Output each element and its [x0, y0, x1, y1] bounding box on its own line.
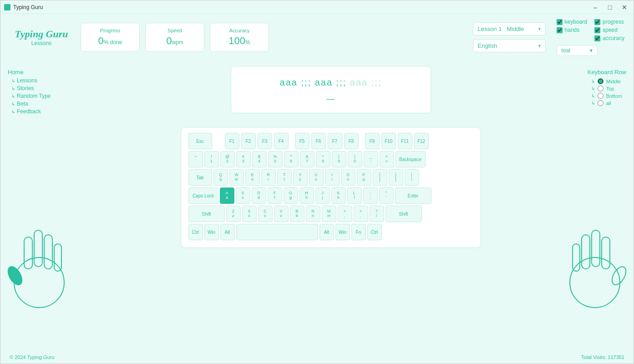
key-f6[interactable]: F6 — [311, 133, 326, 149]
key-1[interactable]: !1 — [204, 151, 219, 167]
key-u[interactable]: Uu — [309, 169, 324, 186]
key-0[interactable]: )0 — [348, 151, 362, 167]
cb-hands[interactable] — [557, 27, 563, 33]
key-win-left[interactable]: Win — [204, 224, 219, 240]
key-f2[interactable]: F2 — [241, 133, 256, 149]
key-o[interactable]: Oo — [341, 169, 355, 186]
key-ctrl-right[interactable]: Ctrl — [367, 224, 382, 240]
key-semicolon[interactable]: :; — [363, 187, 378, 204]
key-enter[interactable]: Enter — [395, 187, 431, 204]
key-f4[interactable]: F4 — [274, 133, 289, 149]
radio-top[interactable]: ↳ Top — [588, 86, 626, 91]
key-r[interactable]: Rr — [261, 169, 276, 186]
key-y[interactable]: Yy — [293, 169, 308, 186]
key-n[interactable]: Nn — [306, 206, 320, 222]
maximize-button[interactable]: □ — [604, 2, 615, 13]
key-2[interactable]: @2 — [220, 151, 235, 167]
key-c[interactable]: Cc — [258, 206, 273, 222]
key-f5[interactable]: F5 — [295, 133, 309, 149]
key-shift-left[interactable]: Shift — [188, 206, 225, 222]
cb-speed-row[interactable]: speed — [594, 27, 624, 33]
cb-progress[interactable] — [594, 19, 600, 25]
key-period[interactable]: >. — [354, 206, 368, 222]
key-v[interactable]: Vv — [274, 206, 289, 222]
key-backtick[interactable]: ~` — [188, 151, 203, 167]
radio-middle[interactable]: ↳ Middle — [588, 78, 626, 84]
sidebar-item-feedback[interactable]: ↳ Feedback — [8, 108, 51, 115]
key-f10[interactable]: F10 — [381, 133, 396, 149]
cb-accuracy-row[interactable]: accuracy — [594, 35, 624, 41]
key-f11[interactable]: F11 — [398, 133, 412, 149]
key-z[interactable]: Zz — [226, 206, 241, 222]
radio-top-input[interactable] — [598, 86, 604, 91]
key-equals[interactable]: += — [380, 151, 394, 167]
cb-keyboard-row[interactable]: keyboard — [557, 19, 587, 25]
color-dropdown[interactable]: teal ▾ — [557, 45, 598, 56]
key-b[interactable]: Bb — [290, 206, 304, 222]
sidebar-item-random-type[interactable]: ↳ Random Type — [8, 93, 51, 99]
key-g[interactable]: Gg — [284, 187, 298, 204]
key-f12[interactable]: F12 — [414, 133, 429, 149]
key-t[interactable]: Tt — [277, 169, 292, 186]
key-d[interactable]: Dd — [252, 187, 266, 204]
key-ctrl-left[interactable]: Ctrl — [188, 224, 203, 240]
radio-middle-input[interactable] — [598, 78, 604, 84]
key-q[interactable]: Qq — [213, 169, 228, 186]
key-backspace[interactable]: Backspace — [396, 151, 426, 167]
sidebar-item-beta[interactable]: ↳ Beta — [8, 101, 51, 107]
key-f9[interactable]: F9 — [365, 133, 380, 149]
cb-accuracy[interactable] — [594, 35, 600, 41]
key-minus[interactable]: _- — [364, 151, 378, 167]
key-rbracket[interactable]: }] — [389, 169, 403, 186]
radio-bottom[interactable]: ↳ Bottom — [588, 93, 626, 99]
cb-progress-row[interactable]: progress — [594, 19, 624, 25]
key-f[interactable]: Ff — [268, 187, 282, 204]
key-esc[interactable]: Esc — [188, 133, 212, 149]
cb-keyboard[interactable] — [557, 19, 563, 25]
key-slash[interactable]: ?/ — [370, 206, 384, 222]
key-3[interactable]: #3 — [236, 151, 251, 167]
sidebar-item-lessons[interactable]: ↳ Lessons — [8, 77, 51, 84]
key-p[interactable]: Pp — [357, 169, 371, 186]
key-shift-right[interactable]: Shift — [385, 206, 422, 222]
typing-area[interactable]: aaa ;;; aaa ;;; aaa ;;; — — [231, 66, 431, 113]
key-lbracket[interactable]: {[ — [373, 169, 387, 186]
key-l[interactable]: Ll — [347, 187, 362, 204]
key-9[interactable]: (9 — [332, 151, 346, 167]
close-button[interactable]: ✕ — [619, 2, 630, 13]
key-7[interactable]: &7 — [300, 151, 314, 167]
key-f8[interactable]: F8 — [344, 133, 359, 149]
radio-all-input[interactable] — [598, 100, 604, 106]
key-x[interactable]: Xx — [242, 206, 257, 222]
key-space[interactable] — [236, 224, 318, 240]
key-s[interactable]: Ss — [236, 187, 250, 204]
key-e[interactable]: Ee — [245, 169, 260, 186]
key-f1[interactable]: F1 — [225, 133, 239, 149]
key-backslash[interactable]: |\ — [405, 169, 419, 186]
minimize-button[interactable]: – — [590, 2, 601, 13]
key-f7[interactable]: F7 — [328, 133, 342, 149]
key-alt-right[interactable]: Alt — [320, 224, 334, 240]
cb-speed[interactable] — [594, 27, 600, 33]
key-h[interactable]: Hh — [299, 187, 314, 204]
key-5[interactable]: %5 — [268, 151, 283, 167]
key-alt-left[interactable]: Alt — [220, 224, 235, 240]
key-fn[interactable]: Fn — [351, 224, 366, 240]
key-m[interactable]: Mm — [322, 206, 336, 222]
radio-bottom-input[interactable] — [598, 93, 604, 99]
key-a[interactable]: Aa — [220, 187, 234, 204]
key-j[interactable]: Jj — [315, 187, 330, 204]
key-w[interactable]: Ww — [229, 169, 244, 186]
key-tab[interactable]: Tab — [188, 169, 212, 186]
language-dropdown[interactable]: English ▾ — [473, 39, 546, 52]
key-quote[interactable]: "' — [379, 187, 394, 204]
key-capslock[interactable]: Caps Lock — [188, 187, 218, 204]
key-i[interactable]: Ii — [325, 169, 340, 186]
sidebar-item-stories[interactable]: ↳ Stories — [8, 85, 51, 91]
key-win-right[interactable]: Win — [335, 224, 350, 240]
key-6[interactable]: ^6 — [284, 151, 299, 167]
key-4[interactable]: $4 — [252, 151, 267, 167]
key-comma[interactable]: <, — [338, 206, 352, 222]
key-f3[interactable]: F3 — [258, 133, 272, 149]
key-k[interactable]: Kk — [331, 187, 346, 204]
